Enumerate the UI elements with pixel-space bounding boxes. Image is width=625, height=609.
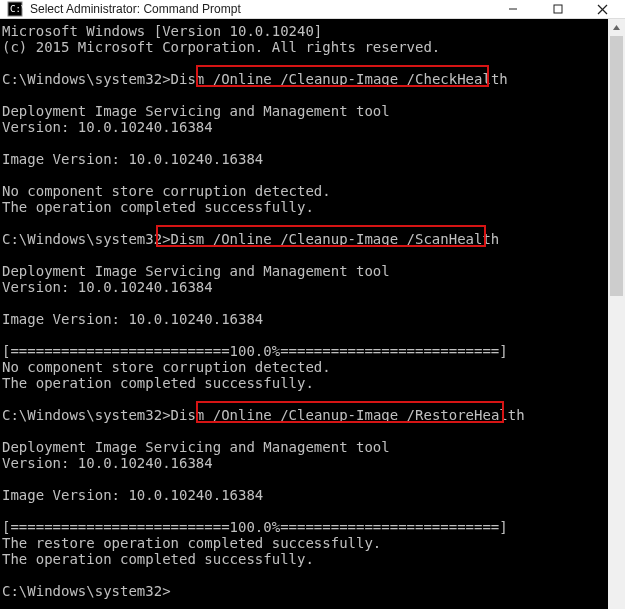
line: Version: 10.0.10240.16384 — [2, 119, 213, 135]
terminal-output[interactable]: Microsoft Windows [Version 10.0.10240] (… — [0, 19, 608, 609]
cmd-part: Dism — [171, 407, 213, 423]
line: Version: 10.0.10240.16384 — [2, 455, 213, 471]
cmd-highlighted: /Online /Cleanup-Image /RestoreHealth — [213, 407, 525, 423]
line: Deployment Image Servicing and Managemen… — [2, 439, 390, 455]
progress-bar: [==========================100.0%=======… — [2, 519, 508, 535]
line: No component store corruption detected. — [2, 183, 331, 199]
cmd-part: Dism — [171, 71, 213, 87]
scrollbar-track[interactable] — [608, 36, 625, 609]
svg-text:C:\: C:\ — [10, 4, 23, 14]
progress-bar: [==========================100.0%=======… — [2, 343, 508, 359]
line: (c) 2015 Microsoft Corporation. All righ… — [2, 39, 440, 55]
cursor — [171, 584, 179, 598]
prompt: C:\Windows\system32> — [2, 583, 171, 599]
cmd-icon: C:\ — [6, 0, 24, 18]
command-prompt-window: C:\ Select Administrator: Command Prompt… — [0, 0, 625, 609]
titlebar[interactable]: C:\ Select Administrator: Command Prompt — [0, 0, 625, 19]
line: Deployment Image Servicing and Managemen… — [2, 263, 390, 279]
prompt: C:\Windows\system32> — [2, 231, 171, 247]
line: Image Version: 10.0.10240.16384 — [2, 151, 263, 167]
cmd-highlighted: Dism /Online /Cleanup-Image /ScanHealth — [171, 231, 500, 247]
line: Image Version: 10.0.10240.16384 — [2, 311, 263, 327]
close-button[interactable] — [580, 0, 625, 18]
line: Microsoft Windows [Version 10.0.10240] — [2, 23, 322, 39]
scrollbar-thumb[interactable] — [610, 36, 623, 296]
terminal-area: Microsoft Windows [Version 10.0.10240] (… — [0, 19, 625, 609]
line: The operation completed successfully. — [2, 551, 314, 567]
line: Deployment Image Servicing and Managemen… — [2, 103, 390, 119]
line: No component store corruption detected. — [2, 359, 331, 375]
prompt: C:\Windows\system32> — [2, 407, 171, 423]
scroll-up-button[interactable] — [608, 19, 625, 36]
cmd-highlighted: /Online /Cleanup-Image /CheckHealth — [213, 71, 508, 87]
minimize-button[interactable] — [490, 0, 535, 18]
svg-marker-6 — [613, 25, 620, 30]
line: The restore operation completed successf… — [2, 535, 381, 551]
prompt: C:\Windows\system32> — [2, 71, 171, 87]
window-controls — [490, 0, 625, 18]
line: The operation completed successfully. — [2, 375, 314, 391]
vertical-scrollbar[interactable] — [608, 19, 625, 609]
window-title: Select Administrator: Command Prompt — [30, 2, 490, 16]
maximize-button[interactable] — [535, 0, 580, 18]
line: Version: 10.0.10240.16384 — [2, 279, 213, 295]
line: The operation completed successfully. — [2, 199, 314, 215]
line: Image Version: 10.0.10240.16384 — [2, 487, 263, 503]
svg-rect-3 — [554, 5, 562, 13]
